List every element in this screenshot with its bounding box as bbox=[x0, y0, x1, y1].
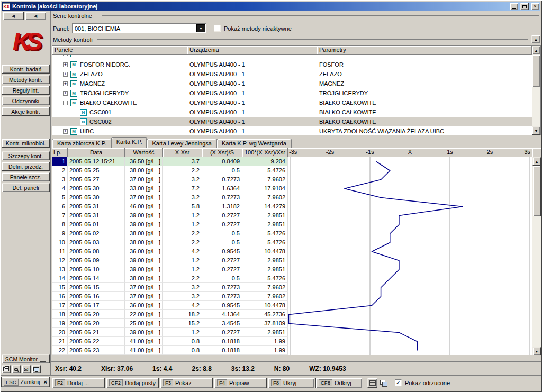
sidebar-item-defin-przedz[interactable]: Defin. przedz. bbox=[2, 162, 50, 171]
combobox-dropdown-button[interactable]: ▼ bbox=[196, 24, 205, 32]
footer-button-cf2[interactable]: CF2Dodaj pusty bbox=[106, 378, 159, 388]
scroll-down-icon[interactable]: ▼ bbox=[532, 126, 540, 135]
grid-scrollbar-thumb[interactable] bbox=[532, 166, 541, 216]
tree-scrollbar-thumb[interactable] bbox=[532, 54, 540, 87]
table-row-17[interactable]: 172005-06-1736.00 [g/l - ]-4.2-0.9545-10… bbox=[52, 301, 288, 310]
table-row-2[interactable]: 22005-05-2538.00 [g/l - ]-2.2-0.5-5.4726 bbox=[52, 166, 288, 175]
tree-column-urzadzenia[interactable]: Urządzenia bbox=[187, 46, 317, 55]
table-row-9[interactable]: 92005-06-0238.00 [g/l - ]-2.2-0.5-5.4726 bbox=[52, 229, 288, 238]
method-icon: M bbox=[70, 55, 77, 57]
cell-lp: 11 bbox=[52, 247, 68, 256]
table-row-18[interactable]: 182005-06-2022.00 [g/l - ]-18.2-4.1364-4… bbox=[52, 310, 288, 319]
table-row-15[interactable]: 152005-06-1537.00 [g/l - ]-3.2-0.7273-7.… bbox=[52, 283, 288, 292]
show-rejected-checkbox[interactable]: ✓ bbox=[395, 379, 402, 386]
table-row-8[interactable]: 82005-06-0139.00 [g/l - ]-1.2-0.2727-2.9… bbox=[52, 220, 288, 229]
tab-karta-zbiorcza-k-p[interactable]: Karta zbiorcza K.P. bbox=[52, 139, 112, 148]
maximize-button[interactable] bbox=[520, 3, 529, 10]
cell-lp: 7 bbox=[52, 211, 68, 220]
column-x-xsr-s[interactable]: (X-Xsr)/S bbox=[202, 148, 242, 157]
column-100-x-xsr[interactable]: 100*(X-Xsr)/Xsr bbox=[242, 148, 288, 157]
table-row-13[interactable]: 132005-06-1039.00 [g/l - ]-1.2-0.2727-2.… bbox=[52, 265, 288, 274]
cascade-windows-button[interactable] bbox=[378, 378, 389, 388]
sidebar-item-def-paneli[interactable]: Def. paneli bbox=[2, 183, 50, 192]
panel-combobox[interactable]: 001, BIOCHEMIA ▼ bbox=[72, 23, 206, 33]
nav-back-button-1[interactable]: ◀ bbox=[3, 12, 24, 20]
footer-button-f3[interactable]: F3Pokaż bbox=[160, 378, 213, 388]
column-wartosc[interactable]: Wartość bbox=[125, 148, 163, 157]
footer-button-f4[interactable]: F4Popraw bbox=[214, 378, 267, 388]
tree-body: +M+MFOSFOR NIEORG.OLYMPUS AU400 - 1FOSFO… bbox=[52, 55, 532, 135]
display-button[interactable] bbox=[32, 365, 41, 373]
table-row-12[interactable]: 122005-06-0939.00 [g/l - ]-1.2-0.2727-2.… bbox=[52, 256, 288, 265]
nav-back-button-2[interactable]: ◀ bbox=[25, 12, 46, 20]
sidebar-item-akcje-kontr[interactable]: Akcje kontr. bbox=[2, 107, 50, 116]
footer-button-f8[interactable]: F8Ukryj bbox=[268, 378, 314, 388]
minimize-button[interactable] bbox=[510, 3, 518, 10]
show-inactive-checkbox[interactable] bbox=[214, 25, 221, 32]
expand-node-icon[interactable]: + bbox=[63, 81, 68, 86]
sidebar-item-kontr-bada[interactable]: Kontr. badań bbox=[2, 65, 50, 74]
tree-row-csc001[interactable]: NCSC001OLYMPUS AU400 - 1BIAŁKO CAŁKOWITE bbox=[52, 107, 532, 117]
collapse-section-button[interactable]: ▲ bbox=[531, 35, 540, 43]
search-button[interactable] bbox=[12, 365, 21, 373]
sidebar-item-metody-kontr[interactable]: Metody kontr. bbox=[2, 75, 50, 84]
back-arrow-icon: ◀ bbox=[12, 14, 15, 19]
tree-column-panele[interactable]: Panele bbox=[52, 46, 187, 55]
tree-column-parametry[interactable]: Parametry bbox=[317, 46, 532, 55]
collapse-node-icon[interactable]: - bbox=[63, 101, 68, 105]
grid-view-button[interactable] bbox=[367, 378, 377, 388]
expand-node-icon[interactable]: + bbox=[63, 62, 68, 67]
tree-row-magnez[interactable]: +MMAGNEZOLYMPUS AU400 - 1MAGNEZ bbox=[52, 79, 532, 88]
table-row-6[interactable]: 62005-05-3146.00 [g/l - ]5.81.318214.427… bbox=[52, 202, 288, 211]
expand-node-icon[interactable]: + bbox=[63, 91, 68, 96]
tab-karta-levey-jenningsa[interactable]: Karta Levey-Jenningsa bbox=[147, 139, 217, 148]
tree-row-uibc[interactable]: +MUIBCOLYMPUS AU400 - 1UKRYTA ZDOLNOŚĆ W… bbox=[52, 126, 532, 135]
esc-close-button[interactable]: ESC Zamknij × bbox=[1, 377, 50, 387]
footer-button-label: Odkryj bbox=[335, 380, 351, 386]
column-x-xsr[interactable]: X-Xsr bbox=[163, 148, 202, 157]
column-lp[interactable]: Lp. bbox=[52, 148, 68, 157]
sidebar-item-odczynniki[interactable]: Odczynniki bbox=[2, 96, 50, 105]
scroll-down-icon[interactable]: ▼ bbox=[532, 347, 541, 355]
tree-row-csc002[interactable]: NCSC002OLYMPUS AU400 - 1BIAŁKO CAŁKOWITE bbox=[52, 117, 532, 126]
close-button[interactable]: × bbox=[531, 3, 539, 10]
tree-row-tr-jglicerydy[interactable]: +MTRÓJGLICERYDYOLYMPUS AU400 - 1TRÓJGLIC… bbox=[52, 88, 532, 98]
chevron-up-icon: ▲ bbox=[534, 38, 538, 41]
sidebar-item-kontr-mikrobiol[interactable]: Kontr. mikrobiol. bbox=[2, 139, 50, 148]
scm-monitor-button[interactable]: SCM Monitor bbox=[2, 354, 50, 363]
cell-wartosc: 46.00 [g/l - ] bbox=[125, 202, 163, 211]
table-row-14[interactable]: 142005-06-1438.00 [g/l - ]-2.2-0.5-5.472… bbox=[52, 274, 288, 283]
table-row-10[interactable]: 102005-06-0338.00 [g/l - ]-2.2-0.5-5.472… bbox=[52, 238, 288, 247]
table-row-4[interactable]: 42005-05-3033.00 [g/l - ]-7.2-1.6364-17.… bbox=[52, 184, 288, 193]
table-row-3[interactable]: 32005-05-2737.00 [g/l - ]-3.2-0.7273-7.9… bbox=[52, 175, 288, 184]
footer-button-f2[interactable]: F2Dodaj ... bbox=[52, 378, 105, 388]
scroll-up-icon[interactable]: ▲ bbox=[532, 46, 540, 54]
tree-scrollbar[interactable]: ▲ ▼ bbox=[532, 46, 540, 135]
table-row-7[interactable]: 72005-05-3139.00 [g/l - ]-1.2-0.2727-2.9… bbox=[52, 211, 288, 220]
expand-node-icon[interactable]: + bbox=[63, 129, 68, 134]
cell-lp: 20 bbox=[52, 328, 68, 337]
table-row-21[interactable]: 212005-06-2241.00 [g/l - ]0.80.18181.99 bbox=[52, 337, 288, 346]
grid-scrollbar[interactable]: ▲ ▼ bbox=[532, 157, 541, 355]
sidebar-item-panele-szcz[interactable]: Panele szcz. bbox=[2, 172, 50, 181]
footer-button-cf8[interactable]: CF8Odkryj bbox=[315, 378, 362, 388]
table-row-1[interactable]: 12005-05-12 15:2136.50 [g/l - ]-3.7-0.84… bbox=[52, 157, 288, 166]
table-row-5[interactable]: 52005-05-3037.00 [g/l - ]-3.2-0.7273-7.9… bbox=[52, 193, 288, 202]
mail-button[interactable]: ✉ bbox=[22, 365, 31, 373]
table-row-19[interactable]: 192005-06-2025.00 [g/l - ]-15.2-3.4545-3… bbox=[52, 319, 288, 328]
tree-row-bia-ko-ca-kowite[interactable]: -MBIAŁKO CAŁKOWITEOLYMPUS AU400 - 1BIAŁK… bbox=[52, 98, 532, 107]
scroll-up-icon[interactable]: ▲ bbox=[532, 157, 541, 166]
tree-row-elazo[interactable]: +MŻELAZOOLYMPUS AU400 - 1ŻELAZO bbox=[52, 69, 532, 79]
table-row-11[interactable]: 112005-06-0836.00 [g/l - ]-4.2-0.9545-10… bbox=[52, 247, 288, 256]
print-button[interactable] bbox=[2, 365, 11, 373]
tree-row-fosfor-nieorg[interactable]: +MFOSFOR NIEORG.OLYMPUS AU400 - 1FOSFOR bbox=[52, 60, 532, 69]
expand-node-icon[interactable]: + bbox=[63, 72, 68, 77]
tab-karta-k-p-wg-westgarda[interactable]: Karta K.P. wg Westgarda bbox=[216, 139, 292, 148]
table-row-20[interactable]: 202005-06-2139.00 [g/l - ]-1.2-0.2727-2.… bbox=[52, 328, 288, 337]
sidebar-item-regu-y-int[interactable]: Reguły int. bbox=[2, 86, 50, 95]
table-row-22[interactable]: 222005-06-2341.00 [g/l - ]0.80.18181.99 bbox=[52, 346, 288, 355]
tab-karta-k-p[interactable]: Karta K.P. bbox=[111, 137, 148, 148]
table-row-16[interactable]: 162005-06-1637.00 [g/l - ]-3.2-0.7273-7.… bbox=[52, 292, 288, 301]
column-data[interactable]: Data bbox=[68, 148, 125, 157]
sidebar-item-szczepy-kont[interactable]: Szczepy kont. bbox=[2, 151, 50, 160]
